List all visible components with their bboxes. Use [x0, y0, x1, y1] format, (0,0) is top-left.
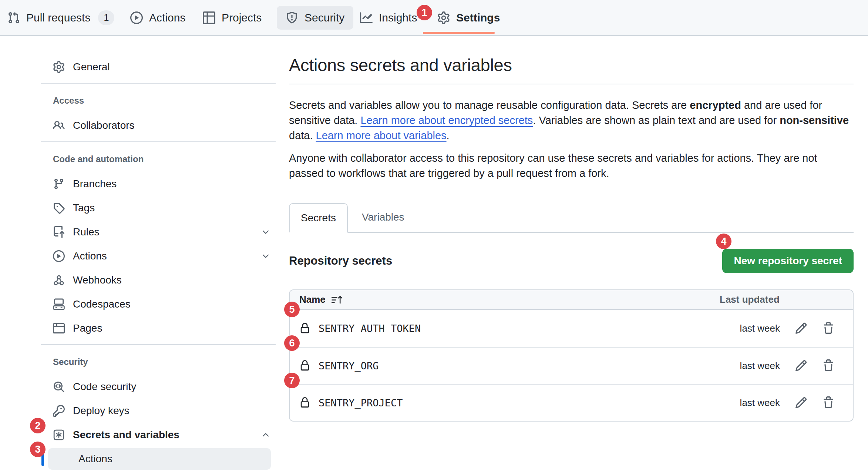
- people-icon: [53, 120, 65, 131]
- sidebar-item-label: Tags: [73, 202, 95, 214]
- sidebar-section-header-code-and-automation: Code and automation: [41, 152, 276, 167]
- chevron-up-icon: [261, 430, 270, 440]
- sidebar-item-collaborators[interactable]: Collaborators: [41, 115, 276, 136]
- intro-text: . Variables are shown as plain text and …: [533, 114, 780, 126]
- secrets-variables-tabnav: Secrets Variables: [289, 202, 854, 233]
- pencil-icon: [795, 322, 807, 335]
- sidebar-item-secrets-and-variables[interactable]: Secrets and variables: [41, 424, 276, 446]
- repo-tab-insights[interactable]: Insights: [360, 0, 417, 35]
- new-repository-secret-button[interactable]: New repository secret: [722, 249, 854, 273]
- name-column-label: Name: [299, 294, 326, 305]
- graph-icon-wrap: [360, 11, 373, 24]
- secret-name: SENTRY_AUTH_TOKEN: [319, 323, 421, 334]
- sidebar-item-label: Actions: [73, 250, 107, 262]
- sidebar-item-pages[interactable]: Pages: [41, 318, 276, 339]
- intro-bold-text: encrypted: [690, 99, 741, 111]
- repo-tab-label: Actions: [149, 11, 185, 24]
- sidebar-item-rules[interactable]: Rules: [41, 221, 276, 243]
- edit-secret-button[interactable]: [795, 359, 807, 372]
- repo-tab-pull-requests[interactable]: Pull requests1: [7, 0, 114, 35]
- webhook-icon-wrap: [53, 274, 65, 286]
- git-branch-icon: [53, 178, 65, 190]
- annotation-badge-5: 5: [284, 302, 300, 317]
- pencil-icon: [795, 396, 807, 409]
- intro-text: .: [447, 130, 450, 141]
- shield-icon: [286, 11, 298, 24]
- lock-icon: [299, 360, 310, 371]
- git-branch-icon-wrap: [53, 178, 65, 190]
- intro-bold-text: non-sensitive: [780, 114, 849, 126]
- trash-icon: [822, 359, 835, 372]
- play-icon: [53, 250, 65, 262]
- table-icon: [203, 11, 215, 24]
- sidebar-section-header-security: Security: [41, 355, 276, 369]
- key-icon: [53, 405, 65, 417]
- delete-secret-button[interactable]: [822, 359, 835, 372]
- repo-tab-label: Settings: [456, 11, 500, 24]
- intro-text: Secrets and variables allow you to manag…: [289, 99, 690, 111]
- shield-icon-wrap: [286, 11, 298, 24]
- intro-paragraph-2: Anyone with collaborator access to this …: [289, 151, 854, 181]
- repo-tab-label: Projects: [222, 11, 262, 24]
- tag-icon: [53, 202, 65, 214]
- edit-secret-button[interactable]: [795, 396, 807, 409]
- repo-tab-actions[interactable]: Actions: [130, 0, 185, 35]
- learn-more-variables-link[interactable]: Learn more about variables: [316, 130, 447, 141]
- annotation-badge-6: 6: [284, 335, 300, 351]
- sidebar-item-webhooks[interactable]: Webhooks: [41, 269, 276, 291]
- sidebar-item-label: Deploy keys: [73, 405, 129, 417]
- sidebar-divider: [41, 344, 276, 345]
- secret-last-updated: last week: [720, 397, 780, 409]
- edit-secret-button[interactable]: [795, 322, 807, 335]
- sidebar-item-tags[interactable]: Tags: [41, 197, 276, 219]
- sidebar-divider: [41, 141, 276, 142]
- webhook-icon: [53, 274, 65, 286]
- chevron-up-icon-wrap: [261, 430, 270, 440]
- sort-ascending-control[interactable]: [332, 295, 342, 305]
- pull-requests-count-badge: 1: [98, 10, 114, 25]
- lock-icon-wrap: [299, 360, 310, 371]
- secret-row-sentry_project: SENTRY_PROJECTlast week: [290, 384, 853, 421]
- repo-tab-projects[interactable]: Projects: [203, 0, 262, 35]
- sidebar-item-actions[interactable]: Actions: [41, 245, 276, 267]
- sidebar-item-branches[interactable]: Branches: [41, 173, 276, 195]
- codespaces-icon-wrap: [53, 298, 65, 310]
- secret-row-sentry_auth_token: SENTRY_AUTH_TOKENlast week: [290, 310, 853, 347]
- sidebar-item-label: Collaborators: [73, 120, 135, 131]
- lock-icon-wrap: [299, 323, 310, 334]
- sidebar-item-general[interactable]: General: [41, 56, 276, 78]
- trash-icon: [822, 396, 835, 409]
- sidebar-item-deploy-keys[interactable]: Deploy keys: [41, 400, 276, 422]
- sidebar-item-actions-sub[interactable]: Actions: [48, 448, 271, 470]
- sidebar-divider: [41, 83, 276, 84]
- code-scan-icon-wrap: [53, 381, 65, 393]
- asterisk-box-icon-wrap: [53, 429, 65, 441]
- chevron-down-icon-wrap: [261, 251, 270, 261]
- sidebar-item-label: Code security: [73, 381, 136, 393]
- sidebar-item-label: Rules: [73, 226, 100, 238]
- sidebar-item-label: Codespaces: [73, 298, 131, 310]
- sidebar-item-code-security[interactable]: Code security: [41, 376, 276, 397]
- tab-secrets[interactable]: Secrets: [289, 203, 348, 233]
- lock-icon: [299, 397, 310, 408]
- play-icon-wrap: [53, 250, 65, 262]
- repo-tab-settings[interactable]: Settings: [437, 0, 500, 35]
- title-divider: [289, 84, 854, 84]
- learn-more-encrypted-secrets-link[interactable]: Learn more about encrypted secrets: [360, 114, 533, 126]
- chevron-down-icon-wrap: [261, 227, 270, 237]
- column-header-last-updated: Last updated: [720, 294, 780, 305]
- secret-row-sentry_org: SENTRY_ORGlast week: [290, 347, 853, 384]
- gear-icon-wrap: [437, 11, 450, 24]
- delete-secret-button[interactable]: [822, 322, 835, 335]
- asterisk-box-icon: [53, 429, 65, 441]
- settings-sidebar: GeneralAccessCollaboratorsCode and autom…: [41, 56, 276, 472]
- github-repo-settings-page: { "topnav": { "items": [ {"id":"pull-req…: [0, 0, 868, 473]
- git-pull-request-icon: [7, 11, 20, 24]
- tab-variables[interactable]: Variables: [348, 202, 418, 232]
- sidebar-item-codespaces[interactable]: Codespaces: [41, 293, 276, 315]
- repo-tab-label: Security: [305, 11, 344, 24]
- delete-secret-button[interactable]: [822, 396, 835, 409]
- repo-tab-security[interactable]: Security: [277, 6, 353, 30]
- annotation-badge-4: 4: [716, 234, 731, 249]
- sidebar-section-header-access: Access: [41, 93, 276, 108]
